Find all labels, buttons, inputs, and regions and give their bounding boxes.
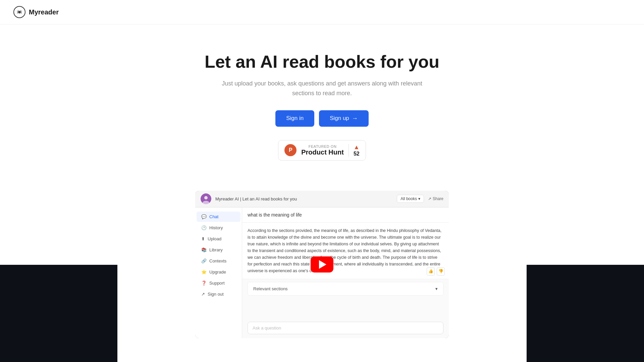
- video-wrapper: Myreader AI | Let an AI read books for y…: [195, 191, 449, 338]
- svg-point-1: [18, 11, 20, 13]
- hero-buttons: Sign in Sign up →: [275, 110, 369, 127]
- sidebar-item-upload[interactable]: ⬆ Upload: [197, 234, 240, 244]
- sidebar-label-upgrade: Upgrade: [209, 269, 226, 275]
- logo-icon: [13, 6, 25, 18]
- all-books-dropdown[interactable]: All books ▾: [397, 195, 424, 203]
- answer-text: According to the sections provided, the …: [248, 228, 441, 273]
- sidebar-item-history[interactable]: 🕐 History: [197, 223, 240, 233]
- share-icon: ↗: [428, 196, 431, 201]
- sidebar-item-support[interactable]: ❓ Support: [197, 278, 240, 288]
- app-sidebar: 💬 Chat 🕐 History ⬆ Upload 📚 Library: [195, 207, 242, 338]
- video-top-right: All books ▾ ↗ Share: [397, 195, 443, 203]
- hero-section: Let an AI read books for you Just upload…: [0, 24, 644, 191]
- contexts-icon: 🔗: [201, 258, 207, 263]
- sidebar-label-support: Support: [209, 281, 225, 286]
- sidebar-item-library[interactable]: 📚 Library: [197, 245, 240, 255]
- hero-title: Let an AI read books for you: [205, 51, 439, 72]
- sidebar-label-upload: Upload: [208, 236, 221, 241]
- ask-placeholder: Ask a question: [253, 325, 281, 330]
- product-hunt-text: FEATURED ON Product Hunt: [301, 144, 344, 156]
- youtube-play-button[interactable]: [311, 256, 333, 273]
- sidebar-label-chat: Chat: [209, 214, 218, 219]
- sidebar-item-contexts[interactable]: 🔗 Contexts: [197, 256, 240, 266]
- play-button-bg: [311, 256, 333, 273]
- logo-area: Myreader: [13, 6, 59, 18]
- bottom-left-dark: [0, 265, 117, 362]
- video-topbar: Myreader AI | Let an AI read books for y…: [195, 191, 449, 207]
- header: Myreader: [0, 0, 644, 24]
- relevant-sections-label: Relevant sections: [253, 286, 288, 291]
- app-main: what is the meaning of life According to…: [242, 207, 449, 338]
- arrow-icon: →: [352, 115, 358, 122]
- sidebar-label-signout: Sign out: [208, 292, 224, 297]
- product-hunt-badge[interactable]: P FEATURED ON Product Hunt ▲ 52: [278, 140, 366, 161]
- answer-box: According to the sections provided, the …: [242, 223, 449, 279]
- chevron-down-icon: ▾: [418, 196, 420, 201]
- signup-button[interactable]: Sign up →: [319, 110, 369, 127]
- video-title: Myreader AI | Let an AI read books for y…: [215, 196, 393, 201]
- product-hunt-logo: P: [284, 144, 297, 156]
- share-label: Share: [433, 196, 443, 201]
- chat-icon: 💬: [201, 214, 207, 219]
- bottom-right-dark: [527, 265, 644, 362]
- history-icon: 🕐: [201, 225, 207, 230]
- all-books-label: All books: [400, 196, 417, 201]
- logo-text: Myreader: [29, 8, 59, 16]
- svg-point-3: [204, 196, 208, 199]
- product-hunt-count-area: ▲ 52: [348, 144, 360, 157]
- ask-input[interactable]: Ask a question: [248, 322, 443, 334]
- product-hunt-featured-label: FEATURED ON: [301, 144, 344, 148]
- library-icon: 📚: [201, 247, 207, 252]
- play-triangle-icon: [319, 260, 326, 269]
- upgrade-icon: ⭐: [201, 269, 207, 275]
- thumbs-up-icon[interactable]: 👍: [427, 267, 435, 276]
- signup-label: Sign up: [330, 115, 349, 122]
- sidebar-item-chat[interactable]: 💬 Chat: [197, 212, 240, 222]
- channel-avatar: [201, 193, 211, 204]
- sidebar-label-library: Library: [209, 247, 223, 252]
- sidebar-item-signout[interactable]: ↗ Sign out: [197, 289, 240, 299]
- question-box: what is the meaning of life: [242, 207, 449, 223]
- upload-icon: ⬆: [201, 236, 205, 241]
- sidebar-label-contexts: Contexts: [209, 258, 226, 263]
- signout-icon: ↗: [201, 292, 205, 297]
- upvote-icon: ▲: [354, 144, 360, 151]
- relevant-sections[interactable]: Relevant sections ▾: [248, 282, 443, 296]
- sidebar-label-history: History: [209, 225, 223, 230]
- signin-button[interactable]: Sign in: [275, 110, 314, 127]
- hero-subtitle: Just upload your books, ask questions an…: [221, 79, 423, 98]
- sidebar-item-upgrade[interactable]: ⭐ Upgrade: [197, 267, 240, 277]
- product-hunt-name: Product Hunt: [301, 148, 344, 156]
- product-hunt-count: 52: [354, 151, 360, 157]
- support-icon: ❓: [201, 281, 207, 286]
- app-preview: Myreader AI | Let an AI read books for y…: [195, 191, 449, 338]
- answer-actions: 👍 👎: [427, 267, 445, 276]
- share-button[interactable]: ↗ Share: [428, 196, 443, 201]
- thumbs-down-icon[interactable]: 👎: [437, 267, 445, 276]
- chevron-down-sections-icon: ▾: [435, 286, 438, 291]
